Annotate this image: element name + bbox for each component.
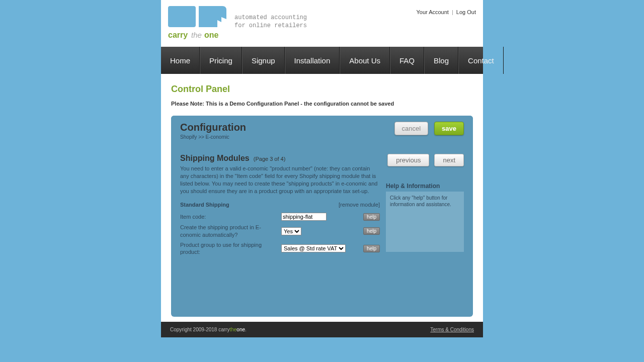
help-button-auto-create[interactable]: help [363,227,380,235]
nav-home[interactable]: Home [161,47,200,74]
left-column: Shipping Modules (Page 3 of 4) You need … [180,154,380,259]
config-body: Shipping Modules (Page 3 of 4) You need … [171,145,473,299]
svg-text:one: one [204,31,219,39]
product-group-select[interactable]: Sales @ Std rate VAT [281,244,346,252]
form-row-item-code: Item code: help [180,213,380,221]
help-box: Click any "help" button for information … [386,192,464,252]
tagline: automated accounting for online retailer… [234,14,307,30]
form-row-product-group: Product group to use for shipping produc… [180,241,380,256]
help-button-product-group[interactable]: help [363,245,380,252]
cancel-button[interactable]: cancel [394,122,429,135]
svg-text:carry: carry [168,31,188,39]
nav-contact[interactable]: Contact [458,47,504,74]
nav-blog[interactable]: Blog [424,47,458,74]
config-header: Configuration Shopify >> E-conomic cance… [171,116,473,145]
main-nav: Home Pricing Signup Installation About U… [161,47,483,74]
nav-faq[interactable]: FAQ [390,47,424,74]
help-button-item-code[interactable]: help [363,213,380,221]
module-header: Standard Shipping [remove module] [180,202,380,208]
content-area: Control Panel Please Note: This is a Dem… [161,74,483,322]
section-top-row: Shipping Modules (Page 3 of 4) [180,154,380,165]
module-name: Standard Shipping [180,202,229,208]
footer-copyright: Copyright 2009-2018 carrytheone. [170,327,247,332]
page-indicator: (Page 3 of 4) [254,156,286,162]
account-links: Your Account | Log Out [416,9,476,15]
previous-button[interactable]: previous [387,154,429,166]
form-row-auto-create: Create the shipping product in E-conomic… [180,224,380,238]
nav-installation[interactable]: Installation [285,47,340,74]
product-group-label: Product group to use for shipping produc… [180,241,278,256]
footer: Copyright 2009-2018 carrytheone. Terms &… [161,322,483,337]
nav-signup[interactable]: Signup [242,47,285,74]
item-code-label: Item code: [180,213,278,220]
svg-rect-0 [168,6,196,27]
your-account-link[interactable]: Your Account [416,9,448,15]
page-wrapper: Your Account | Log Out carry the one aut… [161,0,483,337]
next-button[interactable]: next [434,154,464,166]
log-out-link[interactable]: Log Out [456,9,476,15]
auto-create-label: Create the shipping product in E-conomic… [180,224,278,238]
logo-icon: carry the one [167,5,227,43]
header-buttons: cancel save [394,122,464,135]
section-title-row: Shipping Modules (Page 3 of 4) [180,154,285,163]
section-title: Shipping Modules [180,154,250,163]
help-box-title: Help & Information [386,183,464,190]
nav-buttons: previous next [386,154,464,166]
nav-about[interactable]: About Us [340,47,390,74]
right-column: previous next Help & Information Click a… [386,154,464,259]
page-title: Control Panel [171,84,473,95]
terms-link[interactable]: Terms & Conditions [430,327,474,332]
demo-note: Please Note: This is a Demo Configuratio… [171,101,473,107]
remove-module-link[interactable]: [remove module] [339,202,380,208]
save-button[interactable]: save [434,122,464,135]
header: Your Account | Log Out carry the one aut… [161,0,483,47]
item-code-input[interactable] [281,213,327,221]
auto-create-select[interactable]: Yes [281,227,301,235]
svg-text:the: the [191,31,202,39]
section-description: You need to enter a valid e-conomic "pro… [180,165,380,195]
nav-pricing[interactable]: Pricing [200,47,242,74]
separator: | [452,9,453,15]
config-panel: Configuration Shopify >> E-conomic cance… [171,116,473,317]
